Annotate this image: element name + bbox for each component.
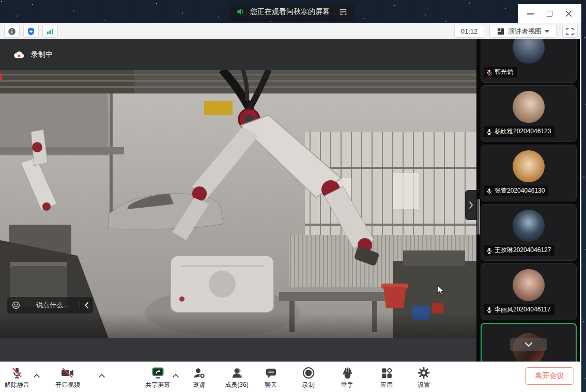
participant-tile[interactable]: 张萱20204046130 xyxy=(481,145,577,201)
mic-on-icon xyxy=(486,247,493,254)
unmute-button[interactable]: 解除静音 xyxy=(2,366,32,389)
participant-name-tag: 韩光鹤 xyxy=(484,67,517,77)
unmute-label: 解除静音 xyxy=(2,381,32,389)
apps-label: 应用 xyxy=(372,381,401,389)
minimize-button[interactable] xyxy=(523,8,537,20)
screen-watch-banner: 您正在观看闫秋寒的屏幕 xyxy=(231,4,353,19)
maximize-button[interactable] xyxy=(543,8,557,20)
members-button[interactable]: 成员(36) xyxy=(220,366,253,389)
recording-bar: 录制中 xyxy=(0,39,476,70)
chevron-right-icon xyxy=(469,201,473,209)
banner-divider xyxy=(334,8,334,15)
participant-name: 杨欣雅20204046123 xyxy=(495,127,551,136)
leave-meeting-label: 离开会议 xyxy=(535,371,564,381)
layout-icon xyxy=(497,27,505,36)
camera-off-icon xyxy=(60,366,75,380)
participant-name-tag: 张萱20204046130 xyxy=(484,185,548,196)
info-icon xyxy=(7,27,17,36)
chevron-down-icon xyxy=(545,30,549,33)
letterbox-strip xyxy=(0,338,476,362)
record-label: 录制 xyxy=(294,381,323,389)
members-label: 成员(36) xyxy=(220,381,253,389)
chat-icon xyxy=(265,367,277,380)
raise-hand-button[interactable]: 举手 xyxy=(333,366,362,389)
audio-options-chevron[interactable] xyxy=(33,373,40,378)
participant-name: 王孜琳20204046127 xyxy=(495,246,551,255)
avatar xyxy=(513,269,545,301)
avatar xyxy=(513,150,545,182)
meeting-window: 01:12 演讲者视图 xyxy=(0,23,581,392)
chevron-down-icon xyxy=(525,342,532,347)
meeting-info-button[interactable] xyxy=(4,25,20,38)
sidebar-collapse-handle[interactable] xyxy=(465,190,476,220)
chat-quick-bar[interactable]: 说点什么... xyxy=(7,297,93,313)
desktop-background: 您正在观看闫秋寒的屏幕 xyxy=(0,0,586,392)
video-options-chevron[interactable] xyxy=(98,373,105,378)
avatar xyxy=(513,210,545,242)
participant-name: 李丽凤20204046117 xyxy=(495,305,551,314)
avatar xyxy=(513,39,545,64)
invite-icon xyxy=(193,367,206,380)
share-screen-button[interactable]: 共享屏幕 xyxy=(143,366,173,389)
participant-tile[interactable]: 王孜琳20204046127 xyxy=(481,204,577,261)
maximize-icon xyxy=(547,11,552,17)
participant-name: 张萱20204046130 xyxy=(495,186,545,195)
apps-button[interactable]: 应用 xyxy=(372,366,401,389)
mic-on-icon xyxy=(486,187,493,195)
chat-bar-divider xyxy=(80,301,80,309)
share-options-chevron[interactable] xyxy=(172,373,179,378)
share-menu-icon[interactable] xyxy=(338,7,348,17)
fullscreen-button[interactable] xyxy=(562,25,578,38)
participants-sidebar: 韩光鹤 杨欣雅20204046123 xyxy=(476,39,580,362)
mouse-cursor xyxy=(437,285,444,295)
chevron-left-icon[interactable] xyxy=(84,302,89,308)
meeting-timer: 01:12 xyxy=(454,25,484,38)
chat-label: 聊天 xyxy=(256,381,285,389)
close-icon xyxy=(565,10,572,17)
smiley-icon[interactable] xyxy=(11,301,21,310)
recording-label: 录制中 xyxy=(31,50,53,59)
collapse-tile-button[interactable] xyxy=(510,338,547,351)
mic-muted-icon xyxy=(486,69,493,76)
view-selector[interactable]: 演讲者视图 xyxy=(489,25,557,38)
mic-on-icon xyxy=(486,128,493,135)
top-toolbar: 01:12 演讲者视图 xyxy=(0,23,581,39)
participant-name-tag: 杨欣雅20204046123 xyxy=(484,126,554,137)
participant-tile-active[interactable] xyxy=(481,323,577,362)
shield-icon xyxy=(26,27,36,36)
settings-button[interactable]: 设置 xyxy=(409,366,438,389)
invite-button[interactable]: 邀请 xyxy=(184,366,213,389)
participant-tile[interactable]: 李丽凤20204046117 xyxy=(481,263,577,320)
participant-name: 韩光鹤 xyxy=(495,68,513,76)
security-button[interactable] xyxy=(23,25,39,38)
desktop-stars xyxy=(1,1,2,2)
network-status-button[interactable] xyxy=(42,25,58,38)
settings-label: 设置 xyxy=(409,381,438,389)
shared-screen-panel: 录制中 xyxy=(0,39,476,362)
close-button[interactable] xyxy=(562,8,576,20)
raise-hand-label: 举手 xyxy=(333,381,362,389)
record-icon xyxy=(302,366,315,380)
participant-name-tag: 李丽凤20204046117 xyxy=(484,304,554,315)
start-video-button[interactable]: 开启视频 xyxy=(53,366,83,389)
hand-icon xyxy=(341,367,354,380)
window-titlebar xyxy=(518,4,581,23)
gear-icon xyxy=(417,366,430,380)
main-content: 录制中 xyxy=(0,39,580,362)
chat-button[interactable]: 聊天 xyxy=(256,366,285,389)
mic-muted-icon xyxy=(10,366,24,380)
minimize-icon xyxy=(527,13,534,14)
record-button[interactable]: 录制 xyxy=(294,366,323,389)
participant-tile[interactable]: 韩光鹤 xyxy=(481,39,577,83)
leave-meeting-button[interactable]: 离开会议 xyxy=(525,367,574,385)
participant-tile[interactable]: 杨欣雅20204046123 xyxy=(481,85,577,142)
bottom-toolbar: 解除静音 开启视频 xyxy=(0,362,581,392)
sidebar-scrollbar[interactable] xyxy=(477,199,480,234)
banner-text: 您正在观看闫秋寒的屏幕 xyxy=(250,7,330,17)
fullscreen-icon xyxy=(566,27,574,36)
members-icon xyxy=(230,367,243,380)
chat-input[interactable]: 说点什么... xyxy=(29,301,75,310)
speaker-on-icon xyxy=(236,7,246,17)
cloud-record-icon xyxy=(12,50,25,60)
invite-label: 邀请 xyxy=(184,381,213,389)
